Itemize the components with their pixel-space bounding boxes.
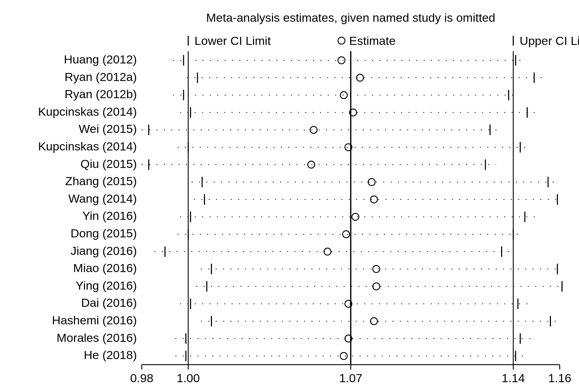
estimate-marker: [342, 231, 350, 238]
estimate-marker: [324, 248, 331, 255]
study-label: Wei (2015): [79, 122, 137, 135]
study-label: Jiang (2016): [71, 244, 137, 257]
x-tick-label: 1.14: [502, 371, 525, 385]
legend-estimate-label: Estimate: [349, 34, 395, 47]
study-label: Yin (2016): [82, 209, 137, 222]
study-label: Ryan (2012a): [65, 70, 137, 83]
x-tick-label: 0.98: [130, 371, 153, 385]
study-label: Kupcinskas (2014): [38, 105, 137, 118]
study-label: Ying (2016): [75, 279, 137, 292]
estimate-marker: [340, 352, 347, 359]
study-label: Ryan (2012b): [65, 87, 137, 101]
legend-lower-label: Lower CI Limit: [194, 34, 271, 47]
study-label: Kupcinskas (2014): [38, 140, 137, 153]
legend-estimate-marker: [338, 37, 345, 44]
x-tick-label: 1.16: [548, 371, 571, 385]
estimate-marker: [340, 92, 347, 99]
study-label: Dong (2015): [71, 227, 137, 240]
estimate-marker: [371, 318, 378, 325]
study-label: Zhang (2015): [65, 174, 137, 188]
x-tick-label: 1.07: [339, 371, 362, 385]
estimate-marker: [310, 126, 317, 133]
study-label: Wang (2014): [68, 192, 137, 205]
estimate-marker: [357, 74, 364, 81]
study-label: Miao (2016): [73, 261, 137, 275]
estimate-marker: [338, 57, 345, 64]
study-label: Qiu (2015): [80, 157, 137, 170]
study-label: Dai (2016): [81, 296, 137, 309]
legend-upper-label: Upper CI Limit: [520, 34, 579, 47]
chart-title: Meta-analysis estimates, given named stu…: [206, 11, 495, 24]
x-tick-label: 1.00: [177, 371, 200, 385]
study-label: Hashemi (2016): [52, 313, 137, 327]
study-label: Morales (2016): [56, 331, 137, 344]
forest-plot: Meta-analysis estimates, given named stu…: [0, 0, 579, 392]
study-label: He (2018): [84, 348, 137, 361]
study-label: Huang (2012): [64, 53, 137, 66]
